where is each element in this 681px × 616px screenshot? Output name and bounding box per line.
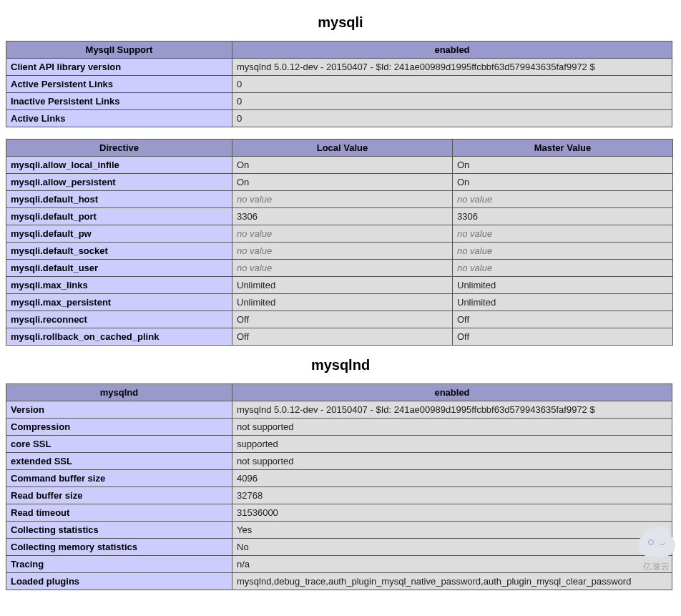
directive-name: mysqli.reconnect (6, 311, 232, 328)
directive-name: Read buffer size (6, 487, 232, 504)
table-row: Active Links0 (6, 110, 672, 127)
table-row: Command buffer size4096 (6, 470, 672, 487)
directive-name: Client API library version (6, 59, 232, 76)
section-title: mysqlnd (6, 357, 675, 373)
table-row: mysqli.default_port33063306 (6, 208, 673, 225)
directive-name: mysqli.max_persistent (6, 294, 232, 311)
table-header: Master Value (453, 140, 673, 157)
directive-value: 0 (232, 110, 672, 127)
no-value-text: no value (237, 194, 272, 205)
directive-value: Off (232, 328, 453, 346)
info-table: DirectiveLocal ValueMaster Valuemysqli.a… (6, 139, 673, 346)
no-value-text: no value (237, 245, 272, 256)
directive-name: Compression (6, 419, 232, 436)
table-row: Collecting memory statisticsNo (6, 539, 672, 556)
table-row: mysqli.default_pwno valueno value (6, 225, 673, 243)
section-title: mysqli (6, 14, 675, 31)
directive-name: Command buffer size (6, 470, 232, 487)
directive-value: On (232, 174, 453, 191)
directive-name: Collecting memory statistics (6, 539, 232, 556)
directive-value: Unlimited (232, 294, 453, 311)
table-row: Compressionnot supported (6, 419, 672, 436)
directive-value: no value (232, 225, 453, 243)
table-row: Read buffer size32768 (6, 487, 672, 504)
directive-value: mysqlnd,debug_trace,auth_plugin_mysql_na… (232, 573, 672, 590)
directive-name: extended SSL (6, 453, 232, 470)
directive-value: 0 (232, 76, 672, 93)
directive-value: 32768 (232, 487, 672, 504)
directive-value: n/a (232, 556, 672, 573)
no-value-text: no value (457, 245, 492, 256)
directive-name: Loaded plugins (6, 573, 232, 590)
directive-value: 3306 (232, 208, 453, 225)
directive-name: mysqli.max_links (6, 277, 232, 294)
directive-value: no value (453, 243, 673, 260)
directive-value: not supported (232, 453, 672, 470)
directive-value: On (232, 157, 453, 174)
table-row: extended SSLnot supported (6, 453, 672, 470)
directive-value: 3306 (453, 208, 673, 225)
table-header: enabled (232, 384, 672, 401)
table-header: Directive (6, 140, 232, 157)
table-row: mysqli.reconnectOffOff (6, 311, 673, 328)
directive-value: Unlimited (453, 294, 673, 311)
table-row: Collecting statisticsYes (6, 522, 672, 539)
table-row: Read timeout31536000 (6, 504, 672, 522)
info-table: MysqlI SupportenabledClient API library … (6, 41, 672, 127)
table-header: Local Value (232, 140, 453, 157)
directive-value: 4096 (232, 470, 672, 487)
directive-value: Off (453, 328, 673, 346)
table-row: mysqli.rollback_on_cached_plinkOffOff (6, 328, 673, 346)
table-header: MysqlI Support (6, 41, 232, 59)
directive-value: 31536000 (232, 504, 672, 522)
directive-value: no value (232, 260, 453, 277)
table-row: mysqli.default_socketno valueno value (6, 243, 673, 260)
directive-name: mysqli.allow_local_infile (6, 157, 232, 174)
table-row: Active Persistent Links0 (6, 76, 672, 93)
no-value-text: no value (237, 263, 272, 273)
directive-value: No (232, 539, 672, 556)
directive-value: no value (232, 243, 453, 260)
directive-value: Yes (232, 522, 672, 539)
directive-name: Version (6, 401, 232, 419)
directive-value: no value (453, 260, 673, 277)
directive-value: 0 (232, 93, 672, 110)
directive-name: Read timeout (6, 504, 232, 522)
table-row: Tracingn/a (6, 556, 672, 573)
directive-name: Active Persistent Links (6, 76, 232, 93)
table-row: Client API library versionmysqlnd 5.0.12… (6, 59, 672, 76)
table-header: enabled (232, 41, 672, 59)
directive-value: no value (453, 191, 673, 208)
table-row: Loaded pluginsmysqlnd,debug_trace,auth_p… (6, 573, 672, 590)
directive-value: no value (232, 191, 453, 208)
table-header: mysqlnd (6, 384, 232, 401)
directive-value: Unlimited (232, 277, 453, 294)
directive-name: mysqli.default_user (6, 260, 232, 277)
table-row: mysqli.max_linksUnlimitedUnlimited (6, 277, 673, 294)
directive-name: mysqli.allow_persistent (6, 174, 232, 191)
table-row: mysqli.default_hostno valueno value (6, 191, 673, 208)
table-row: mysqli.default_userno valueno value (6, 260, 673, 277)
directive-name: mysqli.default_socket (6, 243, 232, 260)
directive-value: Off (232, 311, 453, 328)
directive-value: On (453, 174, 673, 191)
directive-value: mysqlnd 5.0.12-dev - 20150407 - $Id: 241… (232, 59, 672, 76)
directive-value: Unlimited (453, 277, 673, 294)
no-value-text: no value (457, 263, 492, 273)
directive-name: Inactive Persistent Links (6, 93, 232, 110)
directive-name: mysqli.default_host (6, 191, 232, 208)
directive-value: On (453, 157, 673, 174)
directive-name: mysqli.rollback_on_cached_plink (6, 328, 232, 346)
no-value-text: no value (237, 228, 272, 239)
directive-value: not supported (232, 419, 672, 436)
info-table: mysqlndenabledVersionmysqlnd 5.0.12-dev … (6, 383, 672, 590)
table-row: mysqli.max_persistentUnlimitedUnlimited (6, 294, 673, 311)
directive-name: mysqli.default_port (6, 208, 232, 225)
directive-value: mysqlnd 5.0.12-dev - 20150407 - $Id: 241… (232, 401, 672, 419)
table-row: mysqli.allow_local_infileOnOn (6, 157, 673, 174)
table-row: Inactive Persistent Links0 (6, 93, 672, 110)
no-value-text: no value (457, 228, 492, 239)
directive-name: Collecting statistics (6, 522, 232, 539)
table-row: Versionmysqlnd 5.0.12-dev - 20150407 - $… (6, 401, 672, 419)
directive-name: Active Links (6, 110, 232, 127)
